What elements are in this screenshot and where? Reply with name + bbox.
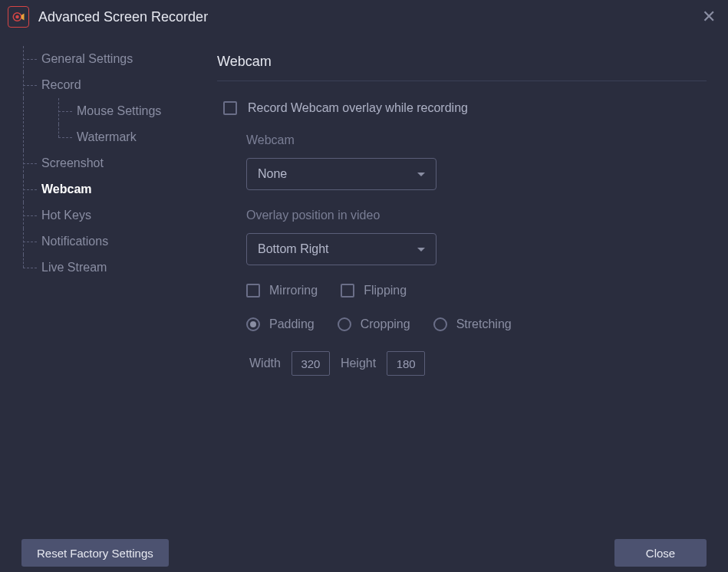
- reset-factory-button[interactable]: Reset Factory Settings: [21, 539, 169, 567]
- close-icon[interactable]: ✕: [702, 8, 716, 25]
- width-label: Width: [249, 357, 281, 370]
- chevron-down-icon: [417, 173, 425, 176]
- padding-label: Padding: [269, 317, 315, 331]
- sidebar-item-hot-keys[interactable]: Hot Keys: [14, 202, 189, 228]
- sidebar-item-screenshot[interactable]: Screenshot: [14, 150, 189, 176]
- webcam-select-value: None: [258, 167, 287, 181]
- sidebar-item-record[interactable]: Record: [14, 72, 189, 98]
- sidebar-item-live-stream[interactable]: Live Stream: [14, 255, 189, 281]
- window-title: Advanced Screen Recorder: [38, 9, 702, 25]
- sidebar-item-notifications[interactable]: Notifications: [14, 228, 189, 255]
- height-input[interactable]: [387, 351, 425, 376]
- sidebar-item-label: General Settings: [41, 52, 133, 66]
- close-button[interactable]: Close: [614, 539, 707, 567]
- app-icon: [8, 6, 29, 28]
- overlay-position-select[interactable]: Bottom Right: [246, 233, 436, 265]
- mirroring-checkbox[interactable]: [246, 284, 260, 298]
- divider: [217, 81, 707, 81]
- content-panel: Webcam Record Webcam overlay while recor…: [196, 34, 728, 534]
- overlay-position-value: Bottom Right: [258, 242, 328, 256]
- sidebar-item-label: Notifications: [41, 235, 108, 248]
- sidebar-item-general-settings[interactable]: General Settings: [14, 46, 189, 72]
- webcam-select[interactable]: None: [246, 158, 436, 190]
- chevron-down-icon: [417, 248, 425, 251]
- cropping-label: Cropping: [361, 317, 410, 331]
- sidebar-item-label: Webcam: [41, 182, 92, 196]
- sidebar-item-label: Mouse Settings: [77, 104, 161, 118]
- sidebar: General Settings Record Mouse Settings W…: [0, 34, 196, 534]
- record-overlay-checkbox[interactable]: [223, 101, 237, 115]
- mirroring-label: Mirroring: [269, 284, 318, 298]
- sidebar-item-label: Screenshot: [41, 156, 104, 170]
- svg-point-1: [15, 15, 19, 19]
- sidebar-item-label: Record: [41, 78, 81, 92]
- record-overlay-label: Record Webcam overlay while recording: [248, 101, 468, 115]
- sidebar-item-label: Hot Keys: [41, 209, 91, 222]
- stretching-radio[interactable]: [433, 317, 447, 331]
- stretching-label: Stretching: [456, 317, 512, 331]
- sidebar-item-mouse-settings[interactable]: Mouse Settings: [14, 98, 189, 124]
- cropping-radio[interactable]: [338, 317, 351, 331]
- webcam-label: Webcam: [246, 133, 707, 147]
- panel-title: Webcam: [217, 54, 707, 70]
- padding-radio[interactable]: [246, 317, 260, 331]
- overlay-position-label: Overlay position in video: [246, 209, 707, 222]
- flipping-label: Flipping: [364, 284, 407, 298]
- sidebar-item-watermark[interactable]: Watermark: [14, 124, 189, 150]
- width-input[interactable]: [292, 351, 330, 376]
- height-label: Height: [341, 357, 376, 370]
- flipping-checkbox[interactable]: [341, 284, 354, 298]
- sidebar-item-label: Live Stream: [41, 261, 107, 274]
- sidebar-item-webcam[interactable]: Webcam: [14, 176, 189, 202]
- sidebar-item-label: Watermark: [77, 130, 137, 144]
- recorder-icon: [12, 10, 25, 24]
